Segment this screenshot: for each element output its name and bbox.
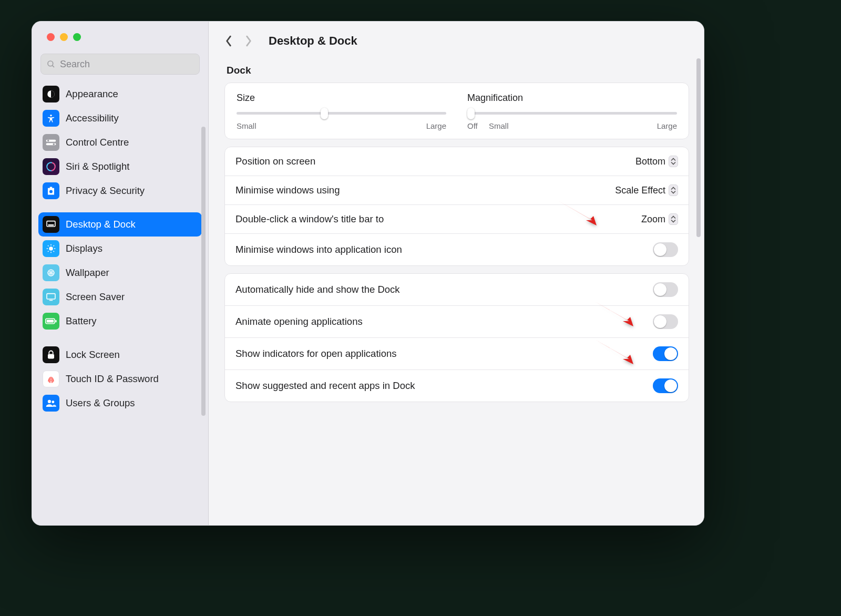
- control-centre-icon: [43, 134, 59, 151]
- sidebar-item-control-centre[interactable]: Control Centre: [38, 130, 202, 155]
- sidebar-item-label: Control Centre: [66, 137, 129, 148]
- svg-line-20: [54, 245, 55, 247]
- close-button[interactable]: [47, 33, 55, 41]
- nav-back-button[interactable]: [223, 36, 234, 46]
- svg-rect-11: [48, 224, 54, 225]
- window-controls: [32, 22, 208, 41]
- magnification-slider-title: Magnification: [467, 93, 677, 104]
- sidebar-item-lock-screen[interactable]: Lock Screen: [38, 343, 202, 367]
- sidebar-item-appearance[interactable]: Appearance: [38, 82, 202, 106]
- row-minimise-into-icon: Minimise windows into application icon: [225, 233, 689, 265]
- svg-point-22: [50, 272, 52, 274]
- wallpaper-icon: [43, 264, 59, 281]
- sidebar-item-label: Displays: [66, 243, 102, 254]
- row-show-recent: Show suggested and recent apps in Dock: [225, 369, 689, 402]
- lock-screen-icon: [43, 346, 59, 363]
- sidebar-scrollbar[interactable]: [201, 127, 206, 416]
- sidebar-item-privacy-security[interactable]: Privacy & Security: [38, 179, 202, 203]
- content-scrollbar[interactable]: [696, 58, 701, 237]
- row-label: Minimise windows into application icon: [235, 244, 402, 255]
- sidebar-item-wallpaper[interactable]: Wallpaper: [38, 261, 202, 285]
- svg-rect-28: [47, 320, 54, 323]
- size-slider[interactable]: [237, 107, 446, 119]
- row-label: Show indicators for open applications: [235, 348, 396, 360]
- dock-sliders-card: Size Small Large Magnification: [224, 83, 689, 139]
- updown-icon: [669, 184, 678, 196]
- sidebar-item-label: Screen Saver: [66, 291, 125, 303]
- svg-line-1: [52, 65, 54, 67]
- sidebar-item-desktop-dock[interactable]: Desktop & Dock: [38, 212, 202, 237]
- sidebar-item-displays[interactable]: Displays: [38, 237, 202, 261]
- desktop-dock-icon: [43, 216, 59, 233]
- svg-line-17: [48, 245, 49, 247]
- svg-line-18: [54, 251, 55, 252]
- sidebar-item-label: Appearance: [66, 88, 118, 100]
- main-pane: Desktop & Dock Dock Size Small Large: [209, 22, 704, 525]
- sidebar-item-label: Privacy & Security: [66, 185, 145, 197]
- row-double-click: Double-click a window's title bar to Zoo…: [225, 204, 689, 233]
- sidebar-item-touch-id[interactable]: Touch ID & Password: [38, 367, 202, 391]
- sidebar-item-label: Users & Groups: [66, 397, 135, 409]
- dock-options-b-card: Automatically hide and show the Dock Ani…: [224, 273, 689, 402]
- sidebar-item-label: Battery: [66, 315, 97, 327]
- section-title-dock: Dock: [227, 65, 687, 76]
- displays-icon: [43, 240, 59, 257]
- zoom-button[interactable]: [73, 33, 81, 41]
- magnification-slider-group: Magnification Off Small Large: [467, 93, 677, 130]
- sidebar-item-label: Wallpaper: [66, 267, 109, 279]
- size-slider-group: Size Small Large: [237, 93, 446, 130]
- sidebar-item-label: Touch ID & Password: [66, 373, 159, 385]
- dock-options-a-card: Position on screen Bottom Minimise windo…: [224, 147, 689, 266]
- popup-value: Zoom: [641, 214, 665, 225]
- sidebar-item-screen-saver[interactable]: Screen Saver: [38, 285, 202, 309]
- size-max-label: Large: [426, 121, 446, 130]
- minimize-button[interactable]: [60, 33, 68, 41]
- magnification-max-label: Large: [657, 121, 677, 130]
- sidebar-nav: Appearance Accessibility Control Centre: [32, 82, 208, 415]
- row-label: Double-click a window's title bar to: [235, 213, 384, 225]
- updown-icon: [669, 213, 678, 225]
- svg-rect-30: [48, 354, 54, 359]
- show-indicators-switch[interactable]: [653, 346, 678, 361]
- row-label: Minimise windows using: [235, 184, 340, 196]
- magnification-off-label: Off: [467, 121, 478, 130]
- animate-opening-switch[interactable]: [653, 314, 678, 329]
- nav-forward-button[interactable]: [243, 36, 254, 46]
- auto-hide-switch[interactable]: [653, 282, 678, 297]
- screen-saver-icon: [43, 289, 59, 305]
- sidebar-item-battery[interactable]: Battery: [38, 309, 202, 333]
- sidebar-item-label: Lock Screen: [66, 349, 120, 361]
- row-auto-hide: Automatically hide and show the Dock: [225, 274, 689, 305]
- row-label: Automatically hide and show the Dock: [235, 284, 400, 295]
- sidebar-item-accessibility[interactable]: Accessibility: [38, 106, 202, 130]
- svg-point-32: [52, 401, 54, 403]
- updown-icon: [669, 156, 678, 167]
- privacy-icon: [43, 182, 59, 199]
- touch-id-icon: [43, 371, 59, 387]
- minimise-into-icon-switch[interactable]: [653, 242, 678, 257]
- sidebar-item-label: Accessibility: [66, 112, 119, 124]
- show-recent-switch[interactable]: [653, 378, 678, 393]
- svg-point-0: [48, 61, 53, 66]
- page-title: Desktop & Dock: [269, 34, 357, 48]
- svg-rect-25: [47, 294, 55, 299]
- main-header: Desktop & Dock: [209, 22, 704, 54]
- magnification-min-label: Small: [489, 121, 509, 130]
- row-label: Animate opening applications: [235, 316, 363, 327]
- position-popup[interactable]: Bottom: [635, 156, 678, 167]
- siri-icon: [43, 158, 59, 175]
- sidebar-item-users-groups[interactable]: Users & Groups: [38, 391, 202, 415]
- search-icon: [46, 59, 56, 69]
- popup-value: Bottom: [635, 156, 665, 167]
- sidebar: Search Appearance Accessibility: [32, 22, 209, 525]
- double-click-popup[interactable]: Zoom: [641, 213, 678, 225]
- system-settings-window: Search Appearance Accessibility: [32, 21, 704, 526]
- row-label: Show suggested and recent apps in Dock: [235, 380, 415, 392]
- minimise-using-popup[interactable]: Scale Effect: [615, 184, 678, 196]
- magnification-slider[interactable]: [467, 107, 677, 119]
- sidebar-item-siri-spotlight[interactable]: Siri & Spotlight: [38, 155, 202, 179]
- search-field[interactable]: Search: [40, 54, 200, 75]
- row-position-on-screen: Position on screen Bottom: [225, 147, 689, 176]
- battery-icon: [43, 313, 59, 330]
- svg-point-31: [48, 400, 51, 403]
